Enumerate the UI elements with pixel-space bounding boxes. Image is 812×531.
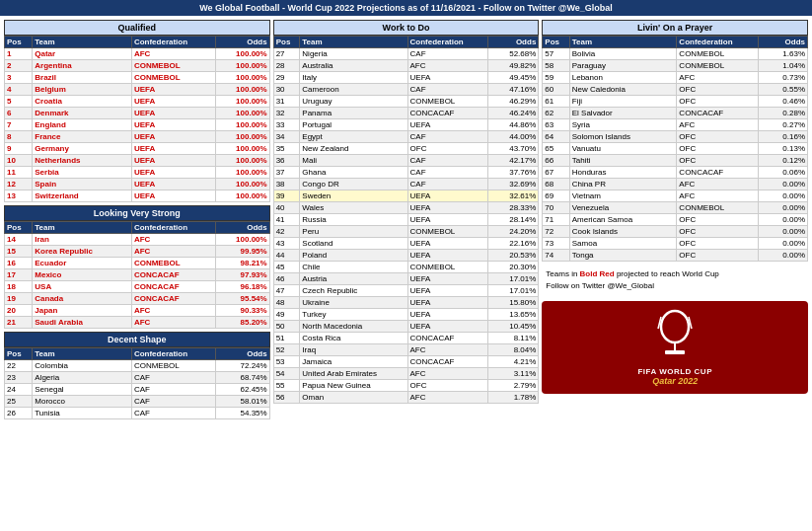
cell-pos: 4 (5, 84, 33, 96)
cell-conf: UEFA (131, 155, 215, 167)
cell-team: Oman (300, 392, 407, 404)
cell-odds: 100.00% (216, 108, 270, 119)
cell-odds: 100.00% (216, 84, 270, 96)
cell-team: Mali (300, 155, 407, 167)
cell-conf: AFC (407, 344, 487, 356)
table-row: 49TurkeyUEFA13.65% (273, 309, 539, 321)
cell-conf: UEFA (131, 119, 215, 131)
th-odds-l: Odds (216, 222, 270, 234)
cell-conf: AFC (677, 179, 758, 190)
table-row: 28AustraliaAFC49.82% (273, 60, 539, 72)
cell-odds: 100.00% (216, 143, 270, 155)
cell-odds: 100.00% (216, 60, 270, 72)
th-pos-lp: Pos (543, 37, 569, 48)
cell-odds: 20.53% (487, 250, 539, 262)
cell-pos: 12 (5, 179, 33, 190)
cell-team: Korea Republic (33, 246, 132, 258)
cell-team: Papua New Guinea (300, 380, 407, 392)
cell-conf: OFC (407, 143, 487, 155)
table-row: 2ArgentinaCONMEBOL100.00% (5, 60, 270, 72)
th-pos-q: Pos (5, 37, 33, 48)
cell-conf: CAF (131, 372, 215, 384)
table-row: 63SyriaAFC0.27% (543, 119, 808, 131)
cell-pos: 59 (543, 72, 569, 84)
cell-odds: 98.21% (216, 258, 270, 269)
cell-team: Egypt (300, 131, 407, 143)
cell-conf: UEFA (131, 167, 215, 179)
cell-odds: 44.86% (487, 119, 539, 131)
cell-pos: 49 (273, 309, 300, 321)
table-row: 43ScotlandUEFA22.16% (273, 238, 539, 250)
table-row: 56OmanAFC1.78% (273, 392, 539, 404)
cell-team: England (33, 119, 132, 131)
table-row: 5CroatiaUEFA100.00% (5, 96, 270, 108)
cell-conf: OFC (407, 380, 487, 392)
cell-pos: 56 (273, 392, 300, 404)
table-row: 18USACONCACAF96.18% (5, 281, 270, 293)
cell-pos: 18 (5, 281, 33, 293)
th-team-q: Team (33, 37, 132, 48)
cell-team: Mexico (33, 269, 132, 281)
table-row: 27NigeriaCAF52.68% (273, 48, 539, 60)
table-row: 59LebanonAFC0.73% (543, 72, 808, 84)
cell-conf: UEFA (407, 273, 487, 285)
cell-odds: 22.16% (487, 238, 539, 250)
cell-odds: 32.69% (487, 179, 539, 190)
cell-pos: 48 (273, 297, 300, 309)
cell-pos: 32 (273, 108, 300, 119)
th-conf-q: Confederation (131, 37, 215, 48)
cell-pos: 1 (5, 48, 33, 60)
table-row: 10NetherlandsUEFA100.00% (5, 155, 270, 167)
th-odds-d: Odds (216, 348, 270, 360)
cell-team: Cameroon (300, 84, 407, 96)
cell-conf: OFC (677, 155, 758, 167)
cell-conf: AFC (131, 246, 215, 258)
cell-odds: 46.24% (487, 108, 539, 119)
cell-team: Denmark (33, 108, 132, 119)
cell-pos: 61 (543, 96, 569, 108)
cell-conf: UEFA (407, 119, 487, 131)
cell-conf: UEFA (407, 238, 487, 250)
table-row: 9GermanyUEFA100.00% (5, 143, 270, 155)
table-row: 42PeruCONMEBOL24.20% (273, 226, 539, 238)
cell-odds: 32.61% (487, 190, 539, 202)
cell-pos: 11 (5, 167, 33, 179)
fifa-logo-area: FIFA WORLD CUP Qatar 2022 (542, 301, 808, 394)
cell-odds: 43.70% (487, 143, 539, 155)
cell-team: United Arab Emirates (300, 368, 407, 380)
cell-odds: 46.29% (487, 96, 539, 108)
table-row: 26TunisiaCAF54.35% (5, 408, 270, 419)
cell-conf: CONMEBOL (677, 48, 758, 60)
cell-odds: 100.00% (216, 155, 270, 167)
cell-conf: CAF (131, 384, 215, 396)
cell-conf: CONMEBOL (131, 258, 215, 269)
cell-team: Panama (300, 108, 407, 119)
cell-team: Fiji (569, 96, 677, 108)
cell-odds: 0.00% (758, 202, 807, 214)
cell-pos: 39 (273, 190, 300, 202)
cell-team: Tahiti (569, 155, 677, 167)
cell-odds: 62.45% (216, 384, 270, 396)
cell-team: Tunisia (33, 408, 132, 419)
cell-odds: 100.00% (216, 96, 270, 108)
cell-pos: 37 (273, 167, 300, 179)
fifa-emblem (655, 309, 695, 365)
cell-odds: 0.00% (758, 190, 807, 202)
cell-pos: 66 (543, 155, 569, 167)
cell-pos: 33 (273, 119, 300, 131)
th-conf-lp: Confederation (677, 37, 758, 48)
cell-pos: 43 (273, 238, 300, 250)
cell-conf: CAF (407, 155, 487, 167)
table-row: 25MoroccoCAF58.01% (5, 396, 270, 408)
cell-conf: OFC (677, 238, 758, 250)
cell-conf: OFC (677, 143, 758, 155)
cell-odds: 99.95% (216, 246, 270, 258)
cell-team: France (33, 131, 132, 143)
cell-conf: AFC (131, 305, 215, 317)
cell-pos: 20 (5, 305, 33, 317)
th-pos-l: Pos (5, 222, 33, 234)
table-row: 73SamoaOFC0.00% (543, 238, 808, 250)
cell-conf: AFC (677, 190, 758, 202)
cell-team: Germany (33, 143, 132, 155)
cell-odds: 90.33% (216, 305, 270, 317)
